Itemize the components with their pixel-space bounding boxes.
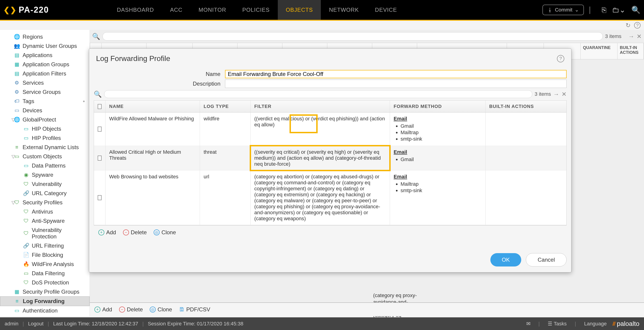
sidebar-item-vulnerability[interactable]: 🛡Vulnerability — [0, 180, 90, 189]
main-search-input[interactable] — [102, 32, 603, 40]
sidebar-item-authentication[interactable]: ▭Authentication — [0, 306, 90, 315]
table-row[interactable]: Allowed Critical High or Medium Threatst… — [94, 146, 566, 171]
modal-title: Log Forwarding Profile — [96, 54, 170, 63]
sidebar-item-custom-objects[interactable]: ▽▭Custom Objects — [0, 152, 90, 161]
sidebar-item-anti-spyware[interactable]: 🛡Anti-Spyware — [0, 216, 90, 226]
modal-delete-button[interactable]: −Delete — [123, 229, 147, 236]
table-row[interactable]: WildFire Allowed Malware or Phishingwild… — [94, 112, 566, 146]
modal-header: Log Forwarding Profile ? — [89, 48, 571, 69]
sidebar-item-antivirus[interactable]: 🛡Antivirus — [0, 207, 90, 216]
refresh-icon[interactable]: ↻ — [626, 22, 631, 29]
name-input[interactable] — [225, 70, 566, 78]
search-icon[interactable]: 🔍 — [94, 90, 102, 98]
nav-device[interactable]: DEVICE — [367, 0, 405, 20]
modal-search-input[interactable] — [104, 90, 532, 98]
clone-button[interactable]: ◎Clone — [150, 306, 172, 313]
sidebar-item-wildfire-analysis[interactable]: 🔥WildFire Analysis — [0, 260, 90, 269]
header-name[interactable]: NAME — [106, 101, 200, 112]
delete-button[interactable]: −Delete — [119, 306, 143, 313]
sidebar-item-vulnerability-protection[interactable]: 🛡Vulnerability Protection — [0, 226, 90, 241]
row-checkbox[interactable] — [94, 112, 106, 146]
sidebar-item-service-groups[interactable]: ⚙Service Groups — [0, 87, 90, 97]
table-row[interactable]: Web Browsing to bad websitesurl(category… — [94, 171, 566, 225]
sidebar-item-applications[interactable]: ▤Applications — [0, 51, 90, 60]
modal-clone-button[interactable]: ◎Clone — [154, 229, 176, 236]
header-checkbox[interactable] — [94, 101, 106, 112]
cancel-button[interactable]: Cancel — [526, 253, 566, 267]
config-icon[interactable]: ⎘ — [602, 6, 606, 14]
sidebar-item-globalprotect[interactable]: ▽🌐GlobalProtect — [0, 115, 90, 124]
folder-icon[interactable]: 🗀⌄ — [612, 5, 626, 14]
commit-label: Commit — [555, 7, 572, 13]
sidebar-item-spyware[interactable]: ◉Spyware — [0, 170, 90, 180]
nav-monitor[interactable]: MONITOR — [190, 0, 234, 20]
description-row: Description — [92, 80, 569, 88]
nav-dashboard[interactable]: DASHBOARD — [109, 0, 162, 20]
tree-icon: ▭ — [23, 126, 29, 132]
language-link[interactable]: Language — [584, 321, 607, 327]
cell-forward: EmailGmail — [390, 146, 486, 170]
tree-icon: ▭ — [23, 270, 29, 276]
nav-policies[interactable]: POLICIES — [234, 0, 278, 20]
header-builtin-actions[interactable]: BUILT-IN ACTIONS — [486, 101, 566, 112]
sidebar-item-hip-profiles[interactable]: ▭HIP Profiles — [0, 133, 90, 143]
tasks-link[interactable]: ☰ Tasks — [548, 321, 566, 327]
sidebar-item-application-filters[interactable]: ▤Application Filters — [0, 69, 90, 78]
header-filter[interactable]: FILTER — [250, 101, 390, 112]
modal-help-icon[interactable]: ? — [557, 55, 564, 62]
sidebar-item-dos-protection[interactable]: 🛡DoS Protection — [0, 278, 90, 287]
sidebar-item-label: Service Groups — [22, 89, 60, 95]
sidebar-item-label: Antivirus — [32, 209, 53, 215]
sidebar-item-external-dynamic-lists[interactable]: ≡External Dynamic Lists — [0, 143, 90, 152]
nav-acc[interactable]: ACC — [162, 0, 190, 20]
sidebar-item-security-profile-groups[interactable]: ▦Security Profile Groups — [0, 287, 90, 297]
row-checkbox[interactable] — [94, 171, 106, 225]
sidebar-item-regions[interactable]: 🌐Regions — [0, 32, 90, 41]
sidebar-item-decryption[interactable]: ▽🔓Decryption — [0, 315, 90, 316]
header-log-type[interactable]: LOG TYPE — [200, 101, 250, 112]
mail-icon[interactable]: ✉ — [526, 321, 530, 327]
nav-objects[interactable]: OBJECTS — [278, 0, 321, 20]
sidebar-item-security-profiles[interactable]: ▽🛡Security Profiles — [0, 198, 90, 207]
sidebar-item-data-filtering[interactable]: ▭Data Filtering — [0, 269, 90, 278]
sidebar-item-tags[interactable]: 🏷Tags● — [0, 97, 90, 106]
sidebar-item-hip-objects[interactable]: ▭HIP Objects — [0, 124, 90, 133]
sidebar-item-log-forwarding[interactable]: ≡Log Forwarding — [0, 297, 90, 306]
pdf-csv-button[interactable]: 🖺PDF/CSV — [179, 306, 210, 313]
row-checkbox[interactable] — [94, 146, 106, 170]
header-forward-method[interactable]: FORWARD METHOD — [390, 101, 486, 112]
search-icon[interactable]: 🔍 — [631, 5, 640, 14]
sidebar-item-label: Services — [22, 80, 44, 86]
logout-link[interactable]: Logout — [28, 321, 44, 327]
close-icon[interactable]: ✕ — [637, 33, 642, 40]
sidebar-item-file-blocking[interactable]: 📄File Blocking — [0, 250, 90, 260]
add-button[interactable]: +Add — [94, 306, 112, 313]
forward-item: Mailtrap — [400, 130, 482, 136]
chevron-down-icon: ▽ — [12, 154, 15, 159]
modal-search-row: 🔍 3 items → ✕ — [92, 90, 569, 98]
sidebar-item-data-patterns[interactable]: ▭Data Patterns — [0, 161, 90, 170]
sidebar-item-url-filtering[interactable]: 🔗URL Filtering — [0, 241, 90, 250]
sidebar-item-dynamic-user-groups[interactable]: 👥Dynamic User Groups — [0, 41, 90, 51]
sidebar-item-label: HIP Objects — [32, 126, 61, 132]
cell-forward: EmailGmailMailtrapsmtp-sink — [390, 112, 486, 146]
sidebar-item-devices[interactable]: ▭Devices — [0, 106, 90, 115]
arrow-right-icon[interactable]: → — [628, 33, 634, 40]
sidebar-item-application-groups[interactable]: ▦Application Groups — [0, 60, 90, 69]
forward-item: Gmail — [400, 123, 482, 129]
help-icon[interactable]: ? — [634, 22, 640, 28]
sidebar-item-url-category[interactable]: 🔗URL Category — [0, 189, 90, 198]
nav-network[interactable]: NETWORK — [321, 0, 367, 20]
tree-icon: 🛡 — [23, 230, 29, 236]
sidebar-item-services[interactable]: ⚙Services — [0, 78, 90, 87]
description-input[interactable] — [225, 80, 566, 88]
modal-add-button[interactable]: +Add — [98, 229, 116, 236]
commit-button[interactable]: ⭳ Commit ⌄ — [542, 4, 584, 15]
cell-log-type: threat — [200, 146, 250, 170]
arrow-right-icon[interactable]: → — [553, 91, 559, 98]
close-icon[interactable]: ✕ — [562, 91, 566, 98]
search-icon[interactable]: 🔍 — [92, 33, 100, 40]
tree-icon: ▭ — [23, 135, 29, 141]
sidebar-item-label: Custom Objects — [22, 153, 62, 160]
ok-button[interactable]: OK — [490, 253, 522, 267]
